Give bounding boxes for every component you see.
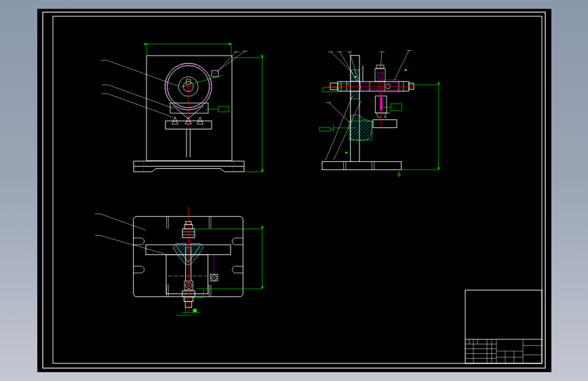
cad-desktop: { "colors": { "geometry": "#ffffff", "di… xyxy=(0,0,588,381)
sheet-borders xyxy=(43,12,545,368)
plan-view xyxy=(95,207,262,315)
plan-leaders xyxy=(95,214,165,254)
side-dimensions xyxy=(319,81,439,177)
plan-dimensions xyxy=(176,229,262,315)
pin-hatch xyxy=(378,73,383,78)
side-view xyxy=(319,51,439,177)
front-centerlines xyxy=(182,78,195,127)
side-leaders xyxy=(326,51,412,161)
bom-table xyxy=(465,290,542,363)
front-leaders xyxy=(101,52,248,118)
cad-viewport[interactable] xyxy=(37,9,551,372)
front-dimensions xyxy=(146,43,264,172)
bushing-hatch xyxy=(213,72,218,76)
front-view xyxy=(101,43,264,172)
drawing-canvas[interactable] xyxy=(37,9,551,372)
title-block xyxy=(465,339,542,363)
section-hatch xyxy=(351,70,372,140)
